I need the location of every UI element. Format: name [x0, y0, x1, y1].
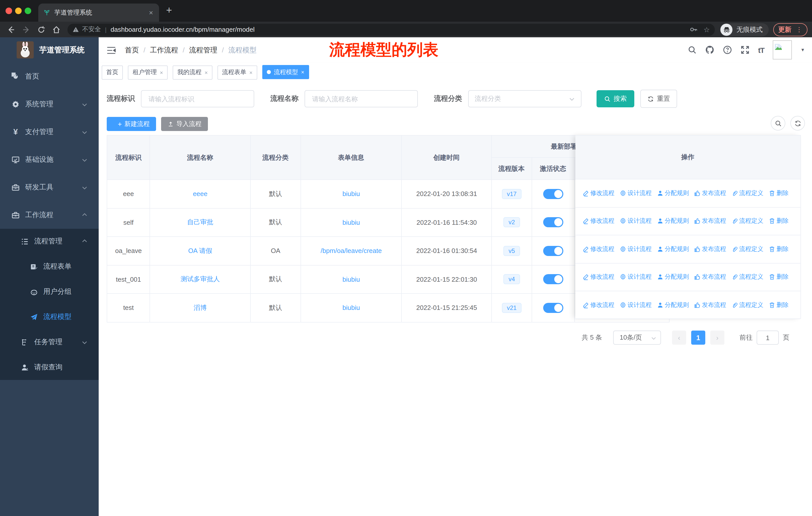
process-definition-link[interactable]: 流程定义: [731, 189, 763, 197]
prev-page-button[interactable]: ‹: [672, 331, 686, 345]
page-number-button[interactable]: 1: [691, 331, 705, 345]
next-page-button[interactable]: ›: [710, 331, 724, 345]
assign-rule-link[interactable]: 分配规则: [657, 217, 689, 225]
tab-close-icon[interactable]: ×: [148, 8, 154, 17]
edit-process-link[interactable]: 修改流程: [582, 273, 614, 281]
process-definition-link[interactable]: 流程定义: [731, 217, 763, 225]
breadcrumb-workflow[interactable]: 工作流程: [150, 46, 178, 55]
publish-process-link[interactable]: 发布流程: [694, 301, 726, 310]
design-process-link[interactable]: 设计流程: [619, 189, 652, 197]
key-icon[interactable]: [690, 26, 697, 33]
publish-process-link[interactable]: 发布流程: [694, 189, 726, 197]
version-badge[interactable]: v4: [503, 274, 520, 284]
close-icon[interactable]: ×: [249, 69, 253, 75]
assign-rule-link[interactable]: 分配规则: [657, 245, 689, 253]
design-process-link[interactable]: 设计流程: [619, 301, 652, 310]
form-info-link[interactable]: biubiu: [343, 304, 360, 312]
refresh-table-button[interactable]: [790, 116, 805, 131]
process-name-input[interactable]: [304, 90, 418, 107]
publish-process-link[interactable]: 发布流程: [694, 273, 726, 281]
process-key-input[interactable]: [141, 90, 254, 107]
reset-button[interactable]: 重置: [640, 90, 677, 108]
fullscreen-icon[interactable]: [741, 45, 750, 55]
edit-process-link[interactable]: 修改流程: [582, 301, 614, 310]
sidebar-item-system[interactable]: 系统管理: [0, 90, 99, 118]
caret-down-icon[interactable]: ▼: [801, 47, 805, 52]
version-badge[interactable]: v2: [503, 217, 520, 227]
browser-menu-icon[interactable]: ⋮: [796, 26, 803, 33]
assign-rule-link[interactable]: 分配规则: [657, 189, 689, 197]
close-icon[interactable]: ×: [301, 69, 304, 75]
close-icon[interactable]: ×: [160, 69, 163, 75]
assign-rule-link[interactable]: 分配规则: [657, 273, 689, 281]
version-badge[interactable]: v17: [502, 189, 522, 199]
tag-process-model[interactable]: 流程模型×: [262, 65, 309, 79]
process-definition-link[interactable]: 流程定义: [731, 273, 763, 281]
github-icon[interactable]: [705, 45, 714, 55]
breadcrumb-process-management[interactable]: 流程管理: [189, 46, 218, 55]
edit-process-link[interactable]: 修改流程: [582, 189, 614, 197]
process-category-select[interactable]: 流程分类: [468, 90, 581, 107]
bookmark-star-icon[interactable]: ☆: [703, 25, 710, 33]
create-process-button[interactable]: +新建流程: [107, 117, 156, 131]
sidebar-item-home[interactable]: 首页: [0, 62, 99, 90]
form-info-link[interactable]: /bpm/oa/leave/create: [321, 247, 382, 255]
delete-link[interactable]: 删除: [768, 217, 789, 225]
reload-icon[interactable]: [37, 25, 45, 33]
version-badge[interactable]: v5: [503, 246, 520, 256]
address-bar[interactable]: 不安全 | dashboard.yudao.iocoder.cn/bpm/man…: [67, 23, 715, 35]
edit-process-link[interactable]: 修改流程: [582, 217, 614, 225]
publish-process-link[interactable]: 发布流程: [694, 245, 726, 253]
form-info-link[interactable]: biubiu: [343, 276, 360, 283]
close-icon[interactable]: ×: [205, 69, 208, 75]
new-tab-button[interactable]: +: [166, 4, 172, 16]
active-toggle[interactable]: [543, 274, 563, 284]
sidebar-item-dev-tools[interactable]: 研发工具: [0, 173, 99, 201]
sidebar-item-leave-query[interactable]: 请假查询: [0, 355, 99, 380]
home-icon[interactable]: [52, 25, 60, 33]
search-icon[interactable]: [688, 45, 697, 55]
tag-process-form[interactable]: 流程表单×: [218, 65, 257, 79]
sidebar-item-infrastructure[interactable]: 基础设施: [0, 146, 99, 173]
version-badge[interactable]: v21: [502, 303, 522, 313]
breadcrumb-home[interactable]: 首页: [125, 46, 139, 55]
delete-link[interactable]: 删除: [768, 245, 789, 253]
design-process-link[interactable]: 设计流程: [619, 217, 652, 225]
tag-tenant[interactable]: 租户管理×: [128, 65, 168, 79]
process-name-link[interactable]: 自己审批: [187, 218, 213, 227]
process-name-link[interactable]: 测试多审批人: [180, 275, 220, 284]
import-process-button[interactable]: 导入流程: [161, 117, 208, 131]
form-info-link[interactable]: biubiu: [343, 190, 360, 198]
window-close-button[interactable]: [5, 7, 12, 14]
active-toggle[interactable]: [543, 189, 563, 199]
sidebar-item-workflow[interactable]: 工作流程: [0, 201, 99, 229]
app-logo[interactable]: 芋道管理系统: [0, 37, 99, 62]
browser-update-button[interactable]: 更新 ⋮: [773, 23, 808, 36]
show-search-toggle-button[interactable]: [771, 116, 785, 131]
active-toggle[interactable]: [543, 303, 563, 313]
active-toggle[interactable]: [543, 246, 563, 256]
process-name-link[interactable]: OA 请假: [188, 246, 212, 255]
active-toggle[interactable]: [543, 217, 563, 227]
search-button[interactable]: 搜索: [597, 90, 634, 107]
browser-tab[interactable]: 芋道管理系统 ×: [38, 3, 159, 22]
forward-icon[interactable]: [22, 25, 30, 33]
edit-process-link[interactable]: 修改流程: [582, 245, 614, 253]
process-name-link[interactable]: eeee: [193, 190, 207, 198]
process-definition-link[interactable]: 流程定义: [731, 301, 763, 310]
avatar[interactable]: [773, 40, 792, 59]
font-size-icon[interactable]: tT: [758, 46, 764, 54]
design-process-link[interactable]: 设计流程: [619, 245, 652, 253]
goto-page-input[interactable]: [757, 331, 779, 345]
process-name-link[interactable]: 滔博: [194, 303, 207, 313]
tag-my-process[interactable]: 我的流程×: [173, 65, 212, 79]
sidebar-collapse-icon[interactable]: [107, 45, 116, 54]
publish-process-link[interactable]: 发布流程: [694, 217, 726, 225]
sidebar-item-user-group[interactable]: 用户分组: [0, 279, 99, 304]
tag-home[interactable]: 首页: [102, 65, 123, 79]
sidebar-item-process-form[interactable]: 流程表单: [0, 254, 99, 279]
delete-link[interactable]: 删除: [768, 189, 789, 197]
help-icon[interactable]: [723, 45, 732, 55]
sidebar-item-process-management[interactable]: 流程管理: [0, 229, 99, 254]
design-process-link[interactable]: 设计流程: [619, 273, 652, 281]
